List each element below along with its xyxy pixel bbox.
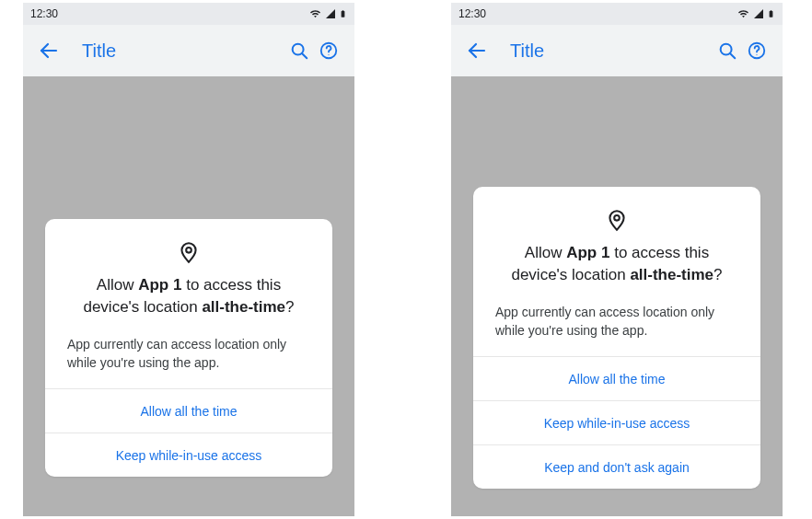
status-icons <box>308 7 347 20</box>
search-icon <box>717 40 737 61</box>
search-icon <box>289 40 309 61</box>
svg-point-5 <box>186 248 191 253</box>
scrim: Allow App 1 to access this device's loca… <box>23 76 354 516</box>
back-button[interactable] <box>34 36 64 65</box>
option-allow-all-time[interactable]: Allow all the time <box>45 388 332 432</box>
phone-mock-left: 12:30 Title <box>23 3 354 516</box>
battery-icon <box>339 7 347 20</box>
cellular-icon <box>324 8 337 19</box>
cellular-icon <box>752 8 765 19</box>
app-bar: Title <box>451 25 783 76</box>
app-bar: Title <box>23 25 354 76</box>
help-button[interactable] <box>314 36 343 65</box>
app-bar-title: Title <box>492 40 713 62</box>
status-time: 12:30 <box>30 7 58 20</box>
arrow-back-icon <box>466 40 488 62</box>
help-button[interactable] <box>742 36 771 65</box>
wifi-icon <box>308 8 322 19</box>
scrim: Allow App 1 to access this device's loca… <box>451 76 783 516</box>
svg-point-11 <box>614 215 620 221</box>
option-allow-all-time[interactable]: Allow all the time <box>473 356 760 400</box>
dialog-body: App currently can access location only w… <box>473 294 760 356</box>
dialog-title: Allow App 1 to access this device's loca… <box>67 274 310 318</box>
location-pin-icon <box>495 207 738 233</box>
option-keep-while-in-use[interactable]: Keep while-in-use access <box>473 400 760 444</box>
arrow-back-icon <box>38 40 60 62</box>
svg-point-4 <box>328 54 329 55</box>
phone-mock-right: 12:30 Title <box>451 3 783 516</box>
help-icon <box>747 40 767 61</box>
status-bar: 12:30 <box>23 3 354 25</box>
back-button[interactable] <box>462 36 492 65</box>
status-bar: 12:30 <box>451 3 783 25</box>
location-pin-icon <box>67 239 310 265</box>
svg-line-8 <box>730 53 735 58</box>
option-keep-dont-ask[interactable]: Keep and don't ask again <box>473 444 760 489</box>
svg-line-2 <box>302 53 307 58</box>
permission-dialog: Allow App 1 to access this device's loca… <box>45 219 332 477</box>
dialog-title: Allow App 1 to access this device's loca… <box>495 242 738 286</box>
status-icons <box>737 7 775 20</box>
dialog-body: App currently can access location only w… <box>45 326 332 388</box>
battery-icon <box>767 7 775 20</box>
option-keep-while-in-use[interactable]: Keep while-in-use access <box>45 432 332 477</box>
status-time: 12:30 <box>458 7 486 20</box>
search-button[interactable] <box>284 36 314 65</box>
svg-point-10 <box>756 54 757 55</box>
permission-dialog: Allow App 1 to access this device's loca… <box>473 187 760 489</box>
search-button[interactable] <box>713 36 742 65</box>
wifi-icon <box>737 8 750 19</box>
help-icon <box>319 40 339 61</box>
app-bar-title: Title <box>64 40 284 62</box>
